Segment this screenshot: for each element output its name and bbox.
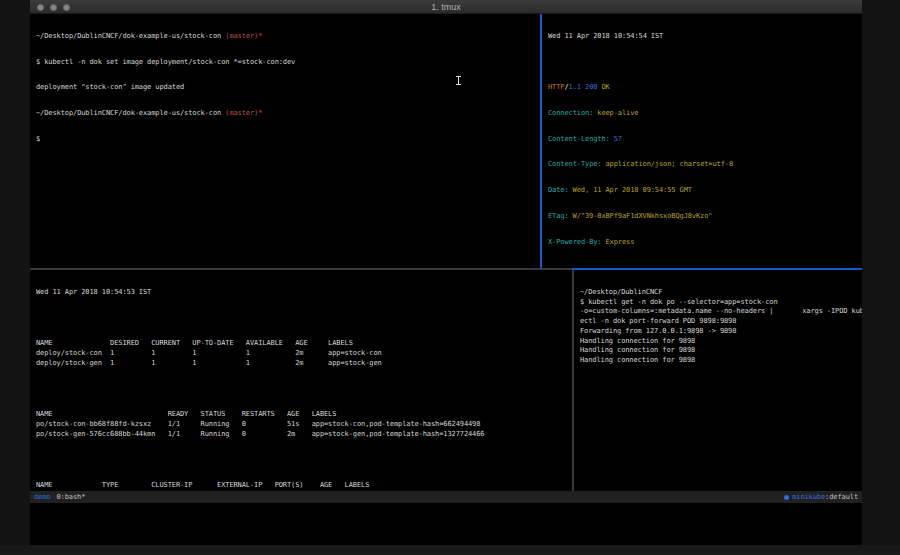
prompt-line: ~/Desktop/DublinCNCF/dok-example-us/stoc… xyxy=(36,109,540,119)
window-tab-active[interactable]: 0:bash* xyxy=(56,491,85,503)
git-branch: (master) xyxy=(225,109,258,117)
terminal-window: 1. tmux ~/Desktop/DublinCNCF/dok-example… xyxy=(30,0,862,545)
header-value: application/json; charset=utf-8 xyxy=(602,160,734,168)
command-text: $ kubectl -n dok set image deployment/st… xyxy=(36,58,295,66)
header-name: ETag: xyxy=(548,212,569,220)
http-status-line: HTTP/1.1 200OK xyxy=(548,83,862,93)
header-name: X-Powered-By: xyxy=(548,238,602,246)
http-header-line: ETag:W/"39-0xBPf9aF1dXVNkhsxoBQgJ8vKzo" xyxy=(548,212,862,222)
pane-bottom-left[interactable]: Wed 11 Apr 2018 10:54:53 IST NAME DESIRE… xyxy=(30,270,572,491)
prompt-line: $ xyxy=(36,135,540,145)
port-forward-output: ~/Desktop/DublinCNCF $ kubectl get -n do… xyxy=(580,288,862,366)
header-value: Express xyxy=(602,238,635,246)
git-dirty-flag: * xyxy=(258,32,262,40)
http-header-line: Date:Wed, 11 Apr 2018 09:54:55 GMT xyxy=(548,186,862,196)
pane-bottom-right[interactable]: ~/Desktop/DublinCNCF $ kubectl get -n do… xyxy=(574,270,862,491)
timestamp-line: Wed 11 Apr 2018 10:54:53 IST xyxy=(36,288,572,298)
header-name: Content-Type: xyxy=(548,160,602,168)
timestamp-text: Wed 11 Apr 2018 10:54:53 IST xyxy=(36,288,151,296)
http-header-line: Connection:keep-alive xyxy=(548,109,862,119)
window-titlebar[interactable]: 1. tmux xyxy=(30,0,862,14)
header-name: Date: xyxy=(548,186,569,194)
prompt-path: ~/Desktop/DublinCNCF/dok-example-us/stoc… xyxy=(36,109,225,117)
pane-top-left[interactable]: ~/Desktop/DublinCNCF/dok-example-us/stoc… xyxy=(30,14,540,268)
prompt-line: ~/Desktop/DublinCNCF/dok-example-us/stoc… xyxy=(36,32,540,42)
kube-namespace: :default xyxy=(825,491,858,503)
header-value: W/"39-0xBPf9aF1dXVNkhsxoBQgJ8vKzo" xyxy=(569,212,713,220)
kube-context: minikube xyxy=(792,491,825,503)
command-line: $ kubectl -n dok set image deployment/st… xyxy=(36,58,540,68)
header-value: 57 xyxy=(610,135,622,143)
prompt-path: ~/Desktop/DublinCNCF/dok-example-us/stoc… xyxy=(36,32,225,40)
http-header-line: X-Powered-By:Express xyxy=(548,238,862,248)
output-text: deployment "stock-con" image updated xyxy=(36,83,184,91)
kubernetes-icon xyxy=(784,495,789,500)
header-name: Content-Length: xyxy=(548,135,610,143)
header-value: Wed, 11 Apr 2018 09:54:55 GMT xyxy=(569,186,692,194)
session-name: demo xyxy=(34,491,50,503)
timestamp-text: Wed 11 Apr 2018 10:54:54 IST xyxy=(548,32,663,40)
http-header-line: Content-Length:57 xyxy=(548,135,862,145)
window-title: 1. tmux xyxy=(30,0,862,14)
desktop-bottom-strip xyxy=(0,545,900,555)
output-line: deployment "stock-con" image updated xyxy=(36,83,540,93)
deployments-table: NAME DESIRED CURRENT UP-TO-DATE AVAILABL… xyxy=(36,339,572,368)
mouse-ibeam-pointer xyxy=(458,76,459,85)
tmux-session: ~/Desktop/DublinCNCF/dok-example-us/stoc… xyxy=(30,14,862,545)
http-version-code: 1.1 200 xyxy=(569,83,598,91)
prompt-dollar: $ xyxy=(36,135,40,143)
http-reason: OK xyxy=(597,83,609,91)
status-bar-left: demo 0:bash* xyxy=(34,491,85,503)
desktop-background: 1. tmux ~/Desktop/DublinCNCF/dok-example… xyxy=(0,0,900,555)
services-table: NAME TYPE CLUSTER-IP EXTERNAL-IP PORT(S)… xyxy=(36,481,572,491)
pods-table: NAME READY STATUS RESTARTS AGE LABELS po… xyxy=(36,410,572,439)
header-value: keep-alive xyxy=(593,109,638,117)
pane-top-right[interactable]: Wed 11 Apr 2018 10:54:54 IST HTTP/1.1 20… xyxy=(542,14,862,268)
tmux-status-bar: demo 0:bash* minikube :default xyxy=(30,491,862,503)
header-name: Connection: xyxy=(548,109,593,117)
timestamp-line: Wed 11 Apr 2018 10:54:54 IST xyxy=(548,32,862,42)
http-header-line: Content-Type:application/json; charset=u… xyxy=(548,160,862,170)
http-protocol: HTTP xyxy=(548,83,564,91)
git-dirty-flag: * xyxy=(258,109,262,117)
status-bar-right: minikube :default xyxy=(784,491,858,503)
git-branch: (master) xyxy=(225,32,258,40)
